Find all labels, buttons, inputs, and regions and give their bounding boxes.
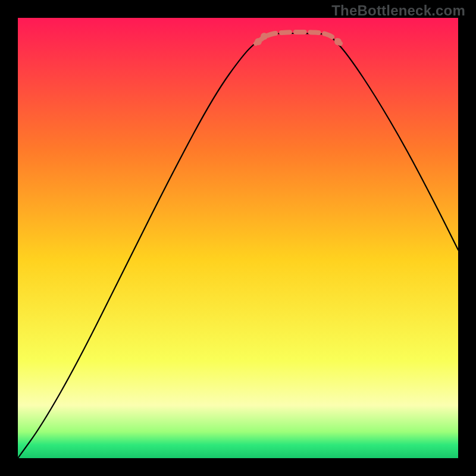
watermark-text: TheBottleneck.com: [331, 2, 465, 19]
gradient-panel: [18, 18, 458, 458]
chart-frame: TheBottleneck.com: [0, 0, 476, 476]
marker-dot: [261, 33, 268, 40]
marker-dot: [255, 38, 262, 45]
marker-dot: [334, 38, 342, 45]
bottleneck-plot: [18, 18, 458, 458]
